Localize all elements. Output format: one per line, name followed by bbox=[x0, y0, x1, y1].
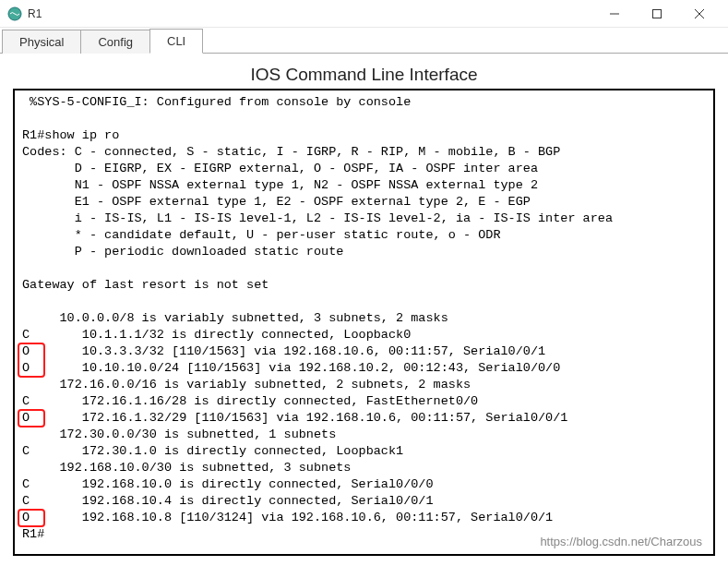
window-title: R1 bbox=[28, 7, 593, 20]
cli-line: R1#show ip ro bbox=[22, 127, 706, 144]
cli-line: i - IS-IS, L1 - IS-IS level-1, L2 - IS-I… bbox=[22, 211, 706, 227]
cli-line: C 172.30.1.0 is directly connected, Loop… bbox=[22, 443, 706, 460]
cli-line: 10.0.0.0/8 is variably subnetted, 3 subn… bbox=[22, 310, 706, 327]
cli-line: 172.30.0.0/30 is subnetted, 1 subnets bbox=[22, 427, 706, 443]
cli-line: E1 - OSPF external type 1, E2 - OSPF ext… bbox=[22, 194, 706, 211]
cli-line bbox=[22, 111, 706, 127]
cli-terminal[interactable]: %SYS-5-CONFIG_I: Configured from console… bbox=[15, 90, 713, 547]
terminal-border: %SYS-5-CONFIG_I: Configured from console… bbox=[13, 89, 715, 556]
minimize-button[interactable] bbox=[593, 0, 636, 28]
window-controls bbox=[593, 0, 721, 28]
cli-line: O 172.16.1.32/29 [110/1563] via 192.168.… bbox=[22, 410, 706, 427]
app-icon bbox=[7, 6, 22, 21]
cli-line: D - EIGRP, EX - EIGRP external, O - OSPF… bbox=[22, 161, 706, 177]
cli-line: C 172.16.1.16/28 is directly connected, … bbox=[22, 393, 706, 410]
cli-line: Gateway of last resort is not set bbox=[22, 277, 706, 294]
cli-line: C 192.168.10.4 is directly connected, Se… bbox=[22, 493, 706, 510]
cli-line: Codes: C - connected, S - static, I - IG… bbox=[22, 144, 706, 161]
svg-rect-2 bbox=[653, 9, 662, 18]
cli-line: C 192.168.10.0 is directly connected, Se… bbox=[22, 476, 706, 493]
cli-heading: IOS Command Line Interface bbox=[13, 65, 715, 85]
tab-physical[interactable]: Physical bbox=[2, 30, 81, 54]
cli-line bbox=[22, 294, 706, 310]
cli-line: %SYS-5-CONFIG_I: Configured from console… bbox=[22, 94, 706, 111]
tabs-bar: Physical Config CLI bbox=[0, 28, 728, 54]
titlebar: R1 bbox=[0, 0, 728, 28]
cli-line bbox=[22, 260, 706, 277]
maximize-button[interactable] bbox=[636, 0, 678, 28]
cli-line: O 10.3.3.3/32 [110/1563] via 192.168.10.… bbox=[22, 343, 706, 360]
cli-line: 172.16.0.0/16 is variably subnetted, 2 s… bbox=[22, 377, 706, 393]
cli-line: 192.168.10.0/30 is subnetted, 3 subnets bbox=[22, 460, 706, 476]
cli-line: O 192.168.10.8 [110/3124] via 192.168.10… bbox=[22, 510, 706, 526]
tab-config[interactable]: Config bbox=[80, 30, 150, 54]
close-button[interactable] bbox=[678, 0, 721, 28]
tab-cli[interactable]: CLI bbox=[149, 29, 203, 54]
cli-line: O 10.10.10.0/24 [110/1563] via 192.168.1… bbox=[22, 360, 706, 377]
cli-line: C 10.1.1.1/32 is directly connected, Loo… bbox=[22, 327, 706, 343]
main-area: IOS Command Line Interface %SYS-5-CONFIG… bbox=[0, 54, 728, 556]
cli-line: * - candidate default, U - per-user stat… bbox=[22, 227, 706, 244]
watermark: https://blog.csdn.net/Charzous bbox=[540, 535, 702, 548]
cli-line: N1 - OSPF NSSA external type 1, N2 - OSP… bbox=[22, 177, 706, 194]
cli-line: P - periodic downloaded static route bbox=[22, 244, 706, 260]
